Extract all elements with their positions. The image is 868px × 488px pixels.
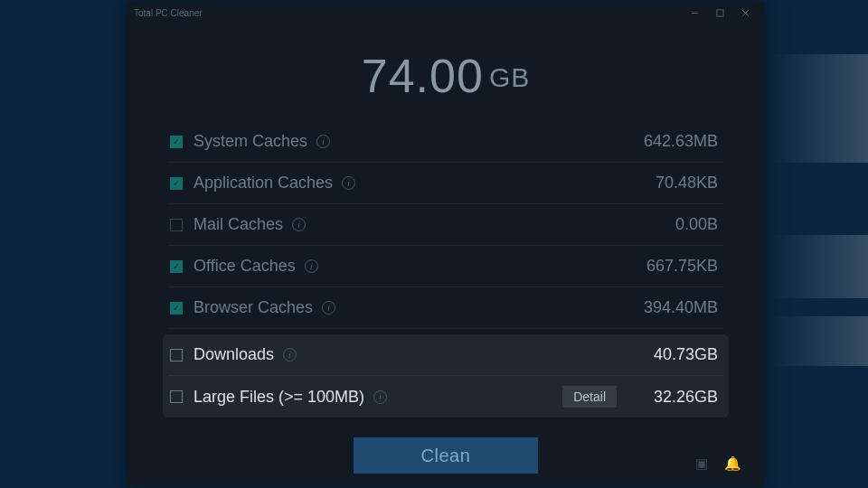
item-size: 70.48KB	[631, 174, 718, 192]
list-item[interactable]: Office Cachesi667.75KB	[168, 246, 723, 287]
checkbox[interactable]	[170, 349, 183, 361]
info-icon[interactable]: i	[292, 218, 306, 231]
info-icon[interactable]: i	[322, 301, 335, 314]
item-label: Application Caches	[193, 174, 333, 192]
list-item[interactable]: Browser Cachesi394.40MB	[168, 287, 723, 329]
info-icon[interactable]: i	[316, 135, 330, 148]
total-size: 74.00GB	[127, 49, 765, 103]
svg-rect-1	[716, 9, 722, 15]
item-size: 642.63MB	[631, 132, 718, 151]
checkbox[interactable]	[170, 177, 183, 190]
footer-icons: ▣ 🔔	[695, 455, 741, 472]
item-size: 667.75KB	[631, 257, 718, 276]
titlebar: Total PC Cleaner	[127, 2, 765, 23]
item-label: Browser Caches	[193, 298, 313, 317]
app-window: Total PC Cleaner 74.00GB System Cachesi6…	[127, 2, 765, 486]
item-label: Mail Caches	[193, 215, 283, 234]
item-size: 32.26GB	[631, 388, 718, 407]
feedback-icon[interactable]: ▣	[695, 455, 708, 472]
detail-button[interactable]: Detail	[562, 386, 617, 408]
item-label: Office Caches	[193, 257, 296, 276]
window-title: Total PC Cleaner	[134, 8, 682, 18]
total-size-unit: GB	[489, 62, 530, 92]
item-label: Downloads	[193, 345, 274, 364]
close-button[interactable]	[732, 4, 758, 22]
notification-icon[interactable]: 🔔	[724, 455, 741, 472]
item-size: 40.73GB	[631, 345, 718, 364]
info-icon[interactable]: i	[305, 259, 318, 273]
category-list: System Cachesi642.63MBApplication Caches…	[168, 121, 723, 418]
item-size: 394.40MB	[631, 298, 718, 317]
list-item[interactable]: Large Files (>= 100MB)iDetail32.26GB	[168, 376, 723, 418]
checkbox[interactable]	[170, 260, 183, 273]
info-icon[interactable]: i	[373, 390, 387, 404]
clean-button[interactable]: Clean	[354, 437, 538, 474]
info-icon[interactable]: i	[283, 348, 297, 361]
item-label: Large Files (>= 100MB)	[193, 388, 364, 407]
total-size-value: 74.00	[362, 50, 484, 102]
checkbox[interactable]	[170, 302, 183, 314]
minimize-button[interactable]	[682, 4, 707, 22]
highlight-group: Downloadsi40.73GBLarge Files (>= 100MB)i…	[163, 334, 729, 418]
list-item[interactable]: Application Cachesi70.48KB	[168, 163, 723, 204]
list-item[interactable]: Downloadsi40.73GB	[168, 334, 723, 376]
info-icon[interactable]: i	[342, 176, 355, 190]
checkbox[interactable]	[170, 219, 183, 231]
item-label: System Caches	[193, 132, 307, 151]
list-item[interactable]: System Cachesi642.63MB	[168, 121, 723, 163]
list-item[interactable]: Mail Cachesi0.00B	[168, 204, 723, 246]
item-size: 0.00B	[631, 215, 718, 234]
checkbox[interactable]	[170, 390, 183, 403]
checkbox[interactable]	[170, 136, 183, 148]
maximize-button[interactable]	[707, 4, 732, 22]
